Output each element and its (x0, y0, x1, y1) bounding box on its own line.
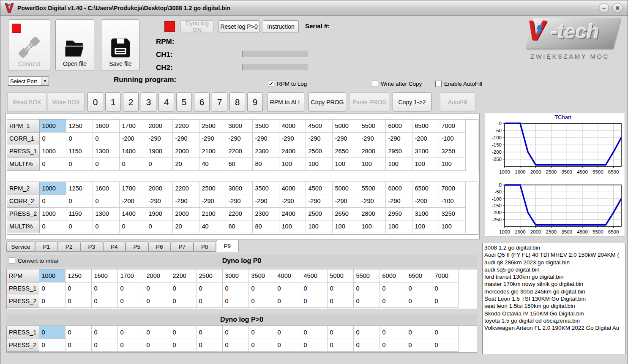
grid-cell[interactable]: 0 (65, 339, 91, 351)
grid-cell[interactable]: -290 (306, 132, 332, 145)
grid-cell[interactable]: 3500 (252, 120, 279, 132)
grid-cell[interactable]: 2000 (172, 207, 199, 220)
grid-cell[interactable]: 0 (39, 195, 66, 207)
grid-cell[interactable]: 0 (144, 282, 170, 295)
grid-cell[interactable]: -290 (359, 132, 385, 145)
grid-cell[interactable]: 0 (301, 282, 327, 295)
grid-cell[interactable]: 1150 (66, 207, 93, 220)
grid-cell[interactable]: 1000 (39, 207, 66, 220)
grid-cell[interactable]: 5500 (353, 269, 380, 282)
grid-cell[interactable]: 4000 (279, 120, 306, 132)
grid-cell[interactable]: 0 (327, 295, 353, 307)
grid-cell[interactable]: -290 (332, 195, 359, 207)
tab-p4[interactable]: P4 (103, 242, 126, 252)
grid-cell[interactable]: 0 (196, 282, 222, 295)
grid-cell[interactable]: 0 (91, 326, 117, 339)
tab-p7[interactable]: P7 (171, 242, 194, 252)
grid-cell[interactable]: 3100 (412, 145, 439, 158)
grid-cell[interactable]: 0 (39, 295, 65, 307)
close-button[interactable]: ✕ (612, 3, 623, 13)
checkbox-box[interactable] (372, 81, 378, 87)
grid-cell[interactable]: 1000 (39, 182, 66, 195)
grid-cell[interactable]: 2650 (332, 207, 359, 220)
grid-cell[interactable]: 2200 (226, 207, 252, 220)
grid-cell[interactable]: 0 (196, 339, 222, 351)
file-list-item[interactable]: master 170km nowy silnik go digital.bin (483, 280, 625, 288)
grid-cell[interactable]: 4500 (306, 120, 332, 132)
write-after-copy-checkbox[interactable]: Write after Copy (372, 81, 422, 87)
grid-cell[interactable]: 2500 (199, 182, 226, 195)
grid-cell[interactable]: 0 (117, 295, 144, 307)
grid-cell[interactable]: -290 (226, 195, 252, 207)
grid-cell[interactable]: 0 (91, 282, 117, 295)
grid-cell[interactable]: 2650 (332, 145, 359, 158)
grid-cell[interactable]: 20 (172, 220, 199, 233)
grid-cell[interactable]: 0 (93, 132, 119, 145)
grid-cell[interactable]: -290 (385, 195, 412, 207)
grid-cell[interactable]: 7000 (439, 182, 465, 195)
grid-cell[interactable]: 0 (222, 282, 248, 295)
program-button-4[interactable]: 4 (158, 92, 174, 111)
grid-cell[interactable]: 0 (39, 220, 66, 233)
grid-cell[interactable]: 2500 (306, 207, 332, 220)
grid-cell[interactable]: 0 (91, 295, 117, 307)
select-port-dropdown[interactable]: Select Port ▼ (8, 76, 49, 86)
grid-cell[interactable]: 0 (170, 339, 196, 351)
grid-cell[interactable]: 1300 (93, 145, 119, 158)
file-list-item[interactable]: Skoda Octavia IV 150KM Go Digital.bin (483, 310, 625, 317)
grid-cell[interactable]: 0 (432, 295, 458, 307)
grid-cell[interactable]: 0 (301, 295, 327, 307)
grid-cell[interactable]: 0 (222, 295, 248, 307)
open-file-button[interactable]: Open file (55, 19, 94, 71)
program-button-1[interactable]: 1 (105, 92, 121, 111)
grid-cell[interactable]: 100 (385, 158, 412, 170)
grid-cell[interactable]: -290 (252, 132, 279, 145)
chevron-down-icon[interactable]: ▼ (41, 77, 49, 85)
grid-cell[interactable]: 0 (196, 326, 222, 339)
grid-cell[interactable]: 0 (406, 282, 432, 295)
grid-cell[interactable]: 2800 (359, 145, 385, 158)
file-list-item[interactable]: mercedes gle 300d 245km go digital.bin (483, 288, 625, 295)
rpm-to-log-checkbox[interactable]: RPM to Log (268, 81, 307, 87)
tab-p5[interactable]: P5 (126, 242, 148, 252)
grid-cell[interactable]: 2000 (144, 269, 170, 282)
grid-cell[interactable]: 2000 (146, 120, 172, 132)
title-bar[interactable]: PowerBox Digital v1.40 - C:\Users\Produk… (0, 0, 628, 16)
grid-cell[interactable]: -290 (306, 195, 332, 207)
grid-cell[interactable]: 0 (65, 295, 91, 307)
grid-cell[interactable]: 0 (93, 220, 119, 233)
file-list-item[interactable]: toyota 1.5 go digital od obciążenia.bin (483, 317, 625, 324)
grid-cell[interactable]: -290 (359, 195, 385, 207)
grid-cell[interactable]: 100 (332, 220, 359, 233)
grid-cell[interactable]: 2300 (252, 145, 279, 158)
grid-cell[interactable]: 0 (406, 295, 432, 307)
grid-cell[interactable]: 0 (65, 326, 91, 339)
grid-cell[interactable]: 0 (119, 158, 146, 170)
grid-cell[interactable]: 40 (199, 158, 226, 170)
reset-log-button[interactable]: Reset log P>0 (218, 20, 259, 33)
grid-cell[interactable]: 1300 (93, 207, 119, 220)
grid-cell[interactable]: 0 (380, 339, 406, 351)
grid-cell[interactable]: 0 (39, 282, 65, 295)
grid-cell[interactable]: -290 (199, 132, 226, 145)
grid-cell[interactable]: 0 (117, 339, 144, 351)
grid-cell[interactable]: 0 (432, 326, 458, 339)
grid-cell[interactable]: 0 (222, 339, 248, 351)
grid-cell[interactable]: 0 (117, 326, 144, 339)
grid-cell[interactable]: 5000 (327, 269, 353, 282)
write-box-button[interactable]: Write BOX (48, 92, 85, 111)
grid-cell[interactable]: 4500 (306, 182, 332, 195)
grid-cell[interactable]: 1600 (93, 120, 119, 132)
grid-cell[interactable]: 1150 (66, 145, 93, 158)
grid-cell[interactable]: -290 (172, 132, 199, 145)
grid-cell[interactable]: 0 (39, 326, 65, 339)
connect-button[interactable]: Connect (8, 19, 50, 71)
grid-cell[interactable]: -290 (332, 132, 359, 145)
grid-cell[interactable]: 0 (144, 326, 170, 339)
grid-cell[interactable]: 3500 (248, 269, 275, 282)
grid-cell[interactable]: 5500 (359, 182, 385, 195)
grid-cell[interactable]: 2200 (172, 120, 199, 132)
grid-cell[interactable]: 0 (144, 339, 170, 351)
checkbox-box[interactable] (435, 81, 442, 87)
grid-cell[interactable]: 0 (39, 158, 66, 170)
